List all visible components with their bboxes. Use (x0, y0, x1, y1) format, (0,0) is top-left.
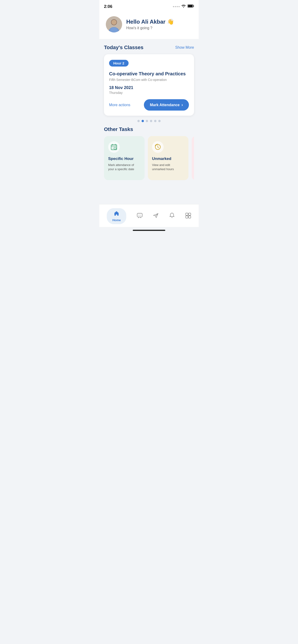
arrow-icon: › (181, 102, 183, 107)
svg-point-12 (112, 148, 113, 149)
svg-point-10 (112, 147, 113, 148)
unmarked-name: Unmarked (152, 156, 184, 161)
dot-4[interactable] (150, 120, 152, 122)
home-indicator (133, 230, 165, 231)
status-bar: 2:06 (99, 0, 199, 12)
greeting-name: Hello Ali Akbar 👋 (126, 18, 174, 25)
svg-rect-23 (188, 213, 191, 215)
wifi-icon (181, 4, 186, 9)
svg-rect-24 (186, 216, 188, 218)
other-tasks-title: Other Tasks (104, 126, 194, 132)
home-icon (114, 210, 119, 218)
specific-hour-desc: Mark attendance of your a specific date (108, 163, 140, 171)
card-actions: More actions Mark Attendance › (109, 99, 189, 110)
status-time: 2:06 (104, 4, 112, 9)
greeting-text: Hello Ali Akbar 👋 How's it going ? (126, 18, 174, 30)
tasks-row: Specific Hour Mark attendance of your a … (104, 136, 194, 180)
avatar (106, 16, 122, 32)
nav-home[interactable]: Home (107, 208, 126, 224)
task-card-specific-hour[interactable]: Specific Hour Mark attendance of your a … (104, 136, 145, 180)
dot-6[interactable] (158, 120, 161, 122)
home-label: Home (112, 218, 121, 222)
bell-icon (169, 212, 175, 220)
dot-1[interactable] (137, 120, 140, 122)
svg-rect-22 (186, 213, 188, 215)
battery-icon (187, 4, 194, 8)
greeting-sub: How's it going ? (126, 26, 174, 30)
status-icons (173, 4, 194, 9)
nav-send[interactable] (153, 212, 159, 220)
svg-rect-1 (188, 5, 193, 7)
task-card-adjust[interactable]: Adju Mark your a (192, 136, 194, 180)
task-card-unmarked[interactable]: Unmarked View and edit unmarked hours (148, 136, 188, 180)
more-icon (185, 212, 191, 220)
svg-point-11 (114, 147, 114, 148)
svg-point-19 (138, 215, 139, 215)
svg-rect-2 (193, 5, 194, 7)
messages-icon (137, 212, 143, 220)
bottom-nav: Home (99, 204, 199, 227)
specific-hour-name: Specific Hour (108, 156, 140, 161)
signal-icon (173, 6, 180, 7)
todays-classes-title: Today's Classes (104, 44, 143, 50)
show-more-link[interactable]: Show More (175, 46, 194, 50)
send-icon (153, 212, 159, 220)
mark-attendance-label: Mark Attendance (150, 103, 180, 107)
pagination-dots (104, 120, 194, 122)
class-date: 18 Nov 2021 (109, 85, 189, 90)
class-day: Thursday (109, 91, 189, 94)
svg-rect-25 (188, 216, 191, 218)
specific-hour-icon (108, 141, 120, 153)
svg-point-20 (139, 215, 140, 215)
nav-messages[interactable] (137, 212, 143, 220)
svg-point-13 (114, 148, 114, 149)
header-section: Hello Ali Akbar 👋 How's it going ? (99, 12, 199, 39)
hour-badge: Hour 2 (109, 60, 129, 66)
dot-2[interactable] (142, 120, 144, 122)
class-sub: Fifth Semester-BCom with Co-operation (109, 78, 189, 82)
class-name: Co-operative Theory and Practices (109, 71, 189, 77)
dot-5[interactable] (154, 120, 156, 122)
svg-point-21 (140, 215, 141, 215)
more-actions-link[interactable]: More actions (109, 103, 130, 107)
mark-attendance-button[interactable]: Mark Attendance › (144, 99, 189, 110)
nav-more[interactable] (185, 212, 191, 220)
unmarked-icon (152, 141, 164, 153)
dot-3[interactable] (146, 120, 148, 122)
svg-point-7 (111, 20, 117, 25)
nav-notifications[interactable] (169, 212, 175, 220)
class-card: Hour 2 Co-operative Theory and Practices… (104, 54, 194, 116)
unmarked-desc: View and edit unmarked hours (152, 163, 184, 171)
todays-classes-header: Today's Classes Show More (104, 44, 194, 50)
main-content: Today's Classes Show More Hour 2 Co-oper… (99, 39, 199, 186)
